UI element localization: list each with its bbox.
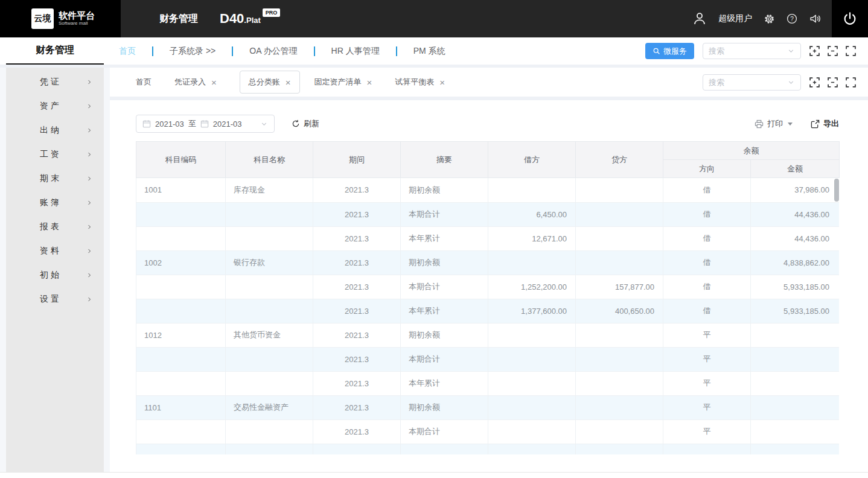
logo-text: 软件平台 Software mall: [59, 11, 95, 26]
table-cell: 2021.3: [313, 371, 401, 395]
export-button[interactable]: 导出: [811, 118, 839, 129]
username[interactable]: 超级用户: [718, 13, 752, 24]
table-cell: 2021.3: [313, 202, 401, 226]
header-actions: 超级用户 ?: [692, 11, 832, 26]
table-cell: 期初余额: [401, 323, 488, 347]
table-row[interactable]: 1001库存现金2021.3期初余额借37,986.00: [136, 178, 840, 202]
sidebar-item[interactable]: 报 表: [6, 215, 104, 239]
tab[interactable]: 首页: [136, 71, 152, 93]
table-cell: [226, 444, 313, 454]
search-input[interactable]: [709, 46, 787, 56]
tab[interactable]: 试算平衡表×: [395, 71, 445, 93]
table-row[interactable]: 2021.3本年累计12,671.00借44,436.00: [136, 226, 840, 250]
sidebar-item[interactable]: 工 资: [6, 142, 104, 167]
sidebar-title: 财务管理: [6, 37, 104, 65]
announcement-icon[interactable]: [809, 13, 821, 25]
toolbar: 2021-03 至 2021-03 刷新: [136, 115, 839, 133]
sidebar-item-label: 资 料: [40, 246, 59, 257]
sidebar-item[interactable]: 出 纳: [6, 118, 104, 142]
zoom-out-icon[interactable]: [828, 77, 838, 88]
col-header-code: 科目编码: [136, 142, 226, 178]
zoom-out-icon[interactable]: [828, 46, 838, 56]
table-row[interactable]: 1012其他货币资金2021.3期初余额平: [136, 323, 840, 347]
sidebar-item[interactable]: 设 置: [6, 287, 104, 311]
table-cell: 1002: [136, 250, 226, 275]
table-row[interactable]: 2021.3本期合计6,450.00借44,436.00: [136, 202, 840, 226]
table-cell: [401, 444, 488, 454]
power-button[interactable]: [832, 0, 868, 37]
table-cell: 2021.3: [313, 299, 401, 323]
col-header-name: 科目名称: [226, 142, 313, 178]
fullscreen-icon[interactable]: [846, 77, 856, 88]
table-row[interactable]: 1002银行存款2021.3期初余额借4,838,862.00: [136, 250, 840, 275]
zoom-in-icon[interactable]: [809, 77, 820, 88]
sidebar-item[interactable]: 账 簿: [6, 191, 104, 215]
close-icon[interactable]: ×: [367, 78, 372, 87]
table-cell: 平: [663, 419, 751, 444]
calendar-icon: [142, 119, 151, 128]
table-row[interactable]: [136, 444, 840, 454]
table-cell: 2021.3: [313, 395, 401, 419]
date-from[interactable]: 2021-03: [155, 119, 184, 129]
fullscreen-icon[interactable]: [846, 46, 856, 56]
app-title: 财务管理: [159, 13, 198, 25]
table-cell: 借: [663, 226, 751, 250]
nav-item[interactable]: PM 系统: [397, 46, 462, 57]
vertical-scrollbar[interactable]: [834, 177, 839, 454]
table-row[interactable]: 2021.3本年累计1,377,600.00400,650.00借5,933,1…: [136, 299, 840, 323]
refresh-icon: [292, 119, 300, 128]
table-row[interactable]: 2021.3本期合计1,252,200.00157,877.00借5,933,1…: [136, 275, 840, 299]
nav-item[interactable]: 子系统录 >>: [153, 46, 232, 57]
table-cell: 其他货币资金: [226, 323, 313, 347]
date-range-picker[interactable]: 2021-03 至 2021-03: [136, 115, 275, 133]
table-cell: [136, 444, 226, 454]
sidebar-item[interactable]: 凭 证: [6, 70, 104, 94]
table-row[interactable]: 1101交易性金融资产2021.3期初余额平: [136, 395, 840, 419]
close-icon[interactable]: ×: [211, 78, 217, 87]
table-cell: [576, 395, 663, 419]
table-cell: 2021.3: [313, 275, 401, 299]
chevron-down-icon[interactable]: [260, 120, 268, 128]
close-icon[interactable]: ×: [439, 78, 445, 87]
table-cell: [751, 371, 840, 395]
tab[interactable]: 固定资产清单×: [314, 71, 372, 93]
table-row[interactable]: 2021.3本期合计平: [136, 419, 840, 444]
sidebar-item[interactable]: 期 末: [6, 167, 104, 191]
caret-down-icon[interactable]: [788, 123, 793, 126]
tab-active[interactable]: 总分类账×: [240, 71, 300, 94]
refresh-button[interactable]: 刷新: [292, 118, 319, 129]
sidebar-item-label: 期 末: [40, 173, 59, 184]
date-to[interactable]: 2021-03: [213, 119, 242, 129]
microservice-button[interactable]: 微服务: [645, 43, 694, 59]
chevron-right-icon: [86, 199, 93, 206]
close-icon[interactable]: ×: [286, 78, 291, 87]
table-cell: 6,450.00: [488, 202, 576, 226]
zoom-in-icon[interactable]: [809, 46, 820, 56]
nav-item[interactable]: 首页: [119, 46, 152, 57]
table-cell: 期初余额: [401, 395, 488, 419]
user-icon[interactable]: [692, 11, 707, 26]
table-row[interactable]: 2021.3本期合计平: [136, 347, 840, 371]
help-icon[interactable]: ?: [787, 13, 797, 24]
scrollbar-thumb[interactable]: [834, 179, 839, 202]
sidebar-item[interactable]: 资 产: [6, 94, 104, 118]
nav-item[interactable]: OA 办公管理: [233, 46, 313, 57]
chevron-down-icon[interactable]: [787, 47, 795, 55]
table-header: 科目编码 科目名称 期间 摘要 借方 贷方 余额 方向 金额: [136, 141, 840, 178]
nav-row: 财务管理 首页子系统录 >>OA 办公管理HR 人事管理PM 系统 微服务: [0, 37, 868, 65]
table-row[interactable]: 2021.3本年累计平: [136, 371, 840, 395]
table-cell: 借: [663, 202, 751, 226]
sidebar-item[interactable]: 资 料: [6, 239, 104, 263]
tab-search-input[interactable]: [709, 78, 787, 87]
tab[interactable]: 凭证录入×: [174, 71, 217, 93]
global-search: [703, 43, 801, 59]
tab-search: [703, 74, 801, 91]
table-cell: 44,436.00: [751, 226, 840, 250]
chevron-down-icon[interactable]: [787, 78, 795, 86]
nav-item[interactable]: HR 人事管理: [315, 46, 396, 57]
sidebar-item[interactable]: 初 始: [6, 263, 104, 287]
settings-icon[interactable]: [764, 13, 775, 25]
table-cell: 平: [663, 395, 751, 419]
table-cell: [751, 419, 840, 444]
print-button[interactable]: 打印: [755, 118, 793, 129]
